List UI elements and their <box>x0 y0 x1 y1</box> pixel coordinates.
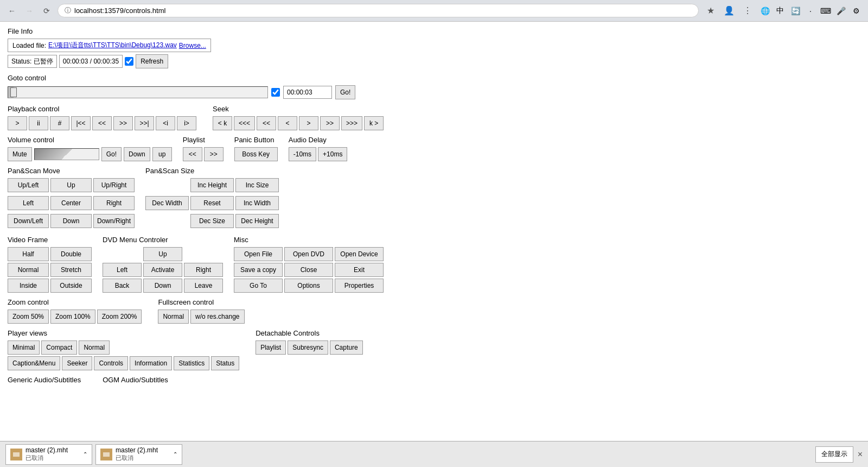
prev-button[interactable]: |<< <box>71 116 91 130</box>
stretch-button[interactable]: Stretch <box>50 263 92 277</box>
zoom50-button[interactable]: Zoom 50% <box>8 310 49 324</box>
audio-minus-button[interactable]: -10ms <box>289 147 316 161</box>
play-button[interactable]: > <box>8 116 27 130</box>
goto-go-button[interactable]: Go! <box>335 85 355 99</box>
seeker-button[interactable]: Seeker <box>62 356 92 370</box>
seek-1left-button[interactable]: < <box>278 116 297 130</box>
det-playlist-button[interactable]: Playlist <box>256 340 286 355</box>
exit-button[interactable]: Exit <box>335 263 384 277</box>
pan-right-button[interactable]: Right <box>93 196 135 210</box>
seek-3left-button[interactable]: <<< <box>234 116 255 130</box>
goto-checkbox[interactable] <box>271 88 280 97</box>
seek-k-right-button[interactable]: k > <box>364 116 384 130</box>
close-button[interactable]: Close <box>284 263 333 277</box>
normal-pv-button[interactable]: Normal <box>79 340 110 355</box>
dec-width-button[interactable]: Dec Width <box>145 196 189 210</box>
dec-size-button[interactable]: Dec Size <box>190 214 234 228</box>
refresh-button[interactable]: Refresh <box>136 54 168 68</box>
dvd-activate-button[interactable]: Activate <box>143 263 182 277</box>
seek-k-left-button[interactable]: < k <box>213 116 232 130</box>
properties-button[interactable]: Properties <box>335 279 384 293</box>
fs-normal-button[interactable]: Normal <box>158 310 189 324</box>
open-device-button[interactable]: Open Device <box>335 247 384 261</box>
det-capture-button[interactable]: Capture <box>330 340 363 355</box>
status-checkbox[interactable] <box>125 57 133 66</box>
goto-misc-button[interactable]: Go To <box>234 279 283 293</box>
pan-up-button[interactable]: Up <box>50 178 92 192</box>
rewind-button[interactable]: << <box>92 116 112 130</box>
mute-button[interactable]: Mute <box>8 147 32 161</box>
dvd-left-button[interactable]: Left <box>103 263 142 277</box>
next-frame-button[interactable]: i> <box>177 116 196 130</box>
double-button[interactable]: Double <box>50 247 92 261</box>
dvd-up-button[interactable]: Up <box>143 247 182 261</box>
pan-center-button[interactable]: Center <box>50 196 92 210</box>
pause-button[interactable]: ii <box>29 116 48 130</box>
taskbar-item-2[interactable]: master (2).mht 已取消 ⌃ <box>95 444 182 446</box>
pan-left-button[interactable]: Left <box>8 196 49 210</box>
half-button[interactable]: Half <box>8 247 49 261</box>
open-dvd-button[interactable]: Open DVD <box>284 247 333 261</box>
minimal-button[interactable]: Minimal <box>8 340 40 355</box>
volume-up-button[interactable]: up <box>152 147 172 161</box>
bookmark-button[interactable]: ★ <box>703 3 718 18</box>
playlist-next-button[interactable]: >> <box>204 147 224 161</box>
dec-height-button[interactable]: Dec Height <box>235 214 279 228</box>
account-button[interactable]: 👤 <box>722 3 737 18</box>
volume-go-button[interactable]: Go! <box>101 147 122 161</box>
inside-button[interactable]: Inside <box>8 279 49 293</box>
browse-link[interactable]: Browse... <box>179 42 206 49</box>
controls-button[interactable]: Controls <box>94 356 128 370</box>
pan-upleft-button[interactable]: Up/Left <box>8 178 49 192</box>
stop-button[interactable]: # <box>50 116 69 130</box>
inc-width-button[interactable]: Inc Width <box>235 196 279 210</box>
pan-upright-button[interactable]: Up/Right <box>93 178 135 192</box>
caption-menu-button[interactable]: Caption&Menu <box>8 356 60 370</box>
reload-button[interactable]: ⟳ <box>40 4 53 17</box>
options-button[interactable]: Options <box>284 279 333 293</box>
pan-downleft-button[interactable]: Down/Left <box>8 214 49 228</box>
outside-button[interactable]: Outside <box>50 279 92 293</box>
seek-3right-button[interactable]: >>> <box>341 116 362 130</box>
file-path-link[interactable]: E:\项目\语音tts\TTS\TTS\bin\Debug\123.wav <box>48 41 177 50</box>
slider-thumb[interactable] <box>10 87 17 97</box>
fs-wo-button[interactable]: w/o res.change <box>190 310 244 324</box>
det-subresync-button[interactable]: Subresync <box>288 340 328 355</box>
address-text[interactable]: localhost:13579/controls.html <box>74 7 692 15</box>
seek-1right-button[interactable]: > <box>299 116 318 130</box>
goto-time-input[interactable] <box>283 86 332 99</box>
next-button[interactable]: >>| <box>135 116 154 130</box>
status-button[interactable]: Status <box>211 356 239 370</box>
settings-button[interactable]: ⋮ <box>740 3 755 18</box>
reset-button[interactable]: Reset <box>190 196 234 210</box>
volume-down-button[interactable]: Down <box>124 147 150 161</box>
seek-2left-button[interactable]: << <box>257 116 276 130</box>
inc-size-button[interactable]: Inc Size <box>235 178 279 192</box>
forward-ff-button[interactable]: >> <box>113 116 133 130</box>
playlist-prev-button[interactable]: << <box>183 147 202 161</box>
dvd-down-button[interactable]: Down <box>143 279 182 293</box>
normal-vf-button[interactable]: Normal <box>8 263 49 277</box>
statistics-button[interactable]: Statistics <box>174 356 209 370</box>
dvd-leave-button[interactable]: Leave <box>184 279 223 293</box>
zoom100-button[interactable]: Zoom 100% <box>50 310 95 324</box>
dvd-back-button[interactable]: Back <box>103 279 142 293</box>
compact-button[interactable]: Compact <box>41 340 77 355</box>
audio-plus-button[interactable]: +10ms <box>318 147 347 161</box>
taskbar-item-1[interactable]: master (2).mht 已取消 ⌃ <box>5 444 92 446</box>
save-copy-button[interactable]: Save a copy <box>234 263 283 277</box>
back-button[interactable]: ← <box>5 4 18 17</box>
forward-button[interactable]: → <box>23 4 36 17</box>
prev-frame-button[interactable]: <i <box>156 116 175 130</box>
pan-downright-button[interactable]: Down/Right <box>93 214 135 228</box>
information-button[interactable]: Information <box>130 356 172 370</box>
pan-down-button[interactable]: Down <box>50 214 92 228</box>
zoom200-button[interactable]: Zoom 200% <box>97 310 142 324</box>
open-file-button[interactable]: Open File <box>234 247 283 261</box>
dvd-right-button[interactable]: Right <box>184 263 223 277</box>
seek-2right-button[interactable]: >> <box>320 116 340 130</box>
goto-slider[interactable] <box>8 86 268 98</box>
inc-height-button[interactable]: Inc Height <box>190 178 234 192</box>
volume-slider[interactable] <box>34 148 99 160</box>
boss-key-button[interactable]: Boss Key <box>234 147 278 161</box>
